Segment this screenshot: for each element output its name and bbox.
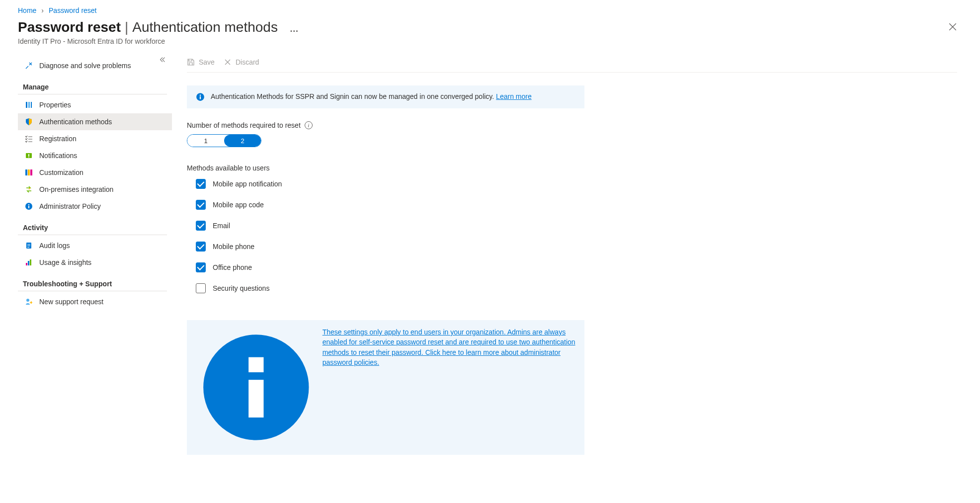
methods-required-label: Number of methods required to reset [187, 121, 301, 129]
checkbox-icon [196, 242, 206, 252]
sidebar-item-admin-policy[interactable]: Administrator Policy [18, 198, 172, 215]
page-subtitle: Identity IT Pro - Microsoft Entra ID for… [18, 37, 305, 45]
svg-rect-0 [26, 102, 27, 108]
info-tooltip-icon[interactable]: i [305, 121, 313, 129]
svg-rect-2 [31, 102, 32, 108]
svg-rect-15 [27, 247, 29, 248]
sidebar-item-audit-logs[interactable]: Audit logs [18, 237, 172, 254]
svg-rect-26 [248, 380, 263, 418]
sidebar-item-properties[interactable]: Properties [18, 96, 172, 113]
sidebar-item-usage-insights[interactable]: Usage & insights [18, 254, 172, 271]
svg-point-19 [26, 299, 29, 302]
palette-icon [24, 168, 33, 177]
svg-rect-14 [27, 246, 30, 246]
sidebar-item-onprem-integration[interactable]: On-premises integration [18, 181, 172, 198]
methods-required-toggle: 1 2 [187, 134, 261, 147]
checkbox-security_questions[interactable]: Security questions [196, 283, 957, 293]
info-learn-more-link[interactable]: Learn more [496, 92, 532, 100]
sidebar-item-label: Registration [39, 135, 77, 143]
svg-rect-11 [28, 204, 29, 205]
sidebar: Diagnose and solve problems Manage Prope… [18, 55, 172, 455]
main-content: Save Discard Authentication Methods for … [172, 55, 962, 455]
sidebar-item-registration[interactable]: Registration [18, 130, 172, 147]
checklist-icon [24, 134, 33, 143]
discard-button[interactable]: Discard [224, 58, 259, 66]
svg-rect-7 [28, 169, 30, 175]
checkbox-office_phone[interactable]: Office phone [196, 262, 957, 272]
checkbox-email[interactable]: Email [196, 221, 957, 231]
wrench-icon [24, 61, 33, 70]
checkbox-label: Email [213, 222, 230, 230]
checkbox-label: Mobile phone [213, 243, 254, 251]
properties-icon [24, 100, 33, 109]
svg-rect-23 [200, 96, 201, 99]
save-button[interactable]: Save [187, 58, 215, 66]
methods-required-option-2[interactable]: 2 [224, 135, 261, 147]
svg-rect-27 [248, 357, 263, 372]
svg-rect-21 [31, 301, 32, 304]
close-button[interactable] [943, 19, 962, 36]
svg-rect-5 [28, 157, 29, 158]
sidebar-item-customization[interactable]: Customization [18, 164, 172, 181]
sidebar-item-label: Authentication methods [39, 118, 112, 126]
save-icon [187, 58, 195, 66]
info-text: Authentication Methods for SSPR and Sign… [211, 92, 494, 100]
svg-rect-4 [28, 154, 29, 157]
shield-icon [24, 117, 33, 126]
log-icon [24, 241, 33, 250]
sync-icon [24, 185, 33, 194]
checkbox-icon [196, 221, 206, 231]
checkbox-mobile_app_code[interactable]: Mobile app code [196, 200, 957, 210]
info-icon [196, 92, 205, 101]
info-banner: Authentication Methods for SSPR and Sign… [187, 85, 584, 108]
sidebar-item-label: New support request [39, 298, 103, 306]
sidebar-item-notifications[interactable]: Notifications [18, 147, 172, 164]
checkbox-label: Office phone [213, 263, 252, 271]
close-icon [948, 22, 957, 31]
discard-icon [224, 58, 232, 66]
breadcrumb: Home › Password reset [18, 0, 962, 17]
methods-available-label: Methods available to users [187, 164, 957, 172]
sidebar-item-label: On-premises integration [39, 185, 113, 193]
sidebar-item-label: Customization [39, 168, 83, 176]
notification-icon [24, 151, 33, 160]
checkbox-icon [196, 179, 206, 189]
svg-rect-13 [27, 244, 30, 245]
checkbox-label: Security questions [213, 284, 269, 292]
breadcrumb-current[interactable]: Password reset [49, 6, 96, 14]
svg-rect-18 [30, 259, 31, 265]
methods-required-option-1[interactable]: 1 [187, 135, 224, 147]
svg-rect-1 [28, 102, 30, 108]
checkbox-icon [196, 283, 206, 293]
sidebar-item-authentication-methods[interactable]: Authentication methods [18, 113, 172, 130]
checkbox-icon [196, 262, 206, 272]
checkbox-label: Mobile app notification [213, 180, 282, 188]
svg-rect-10 [28, 206, 29, 208]
sidebar-item-diagnose[interactable]: Diagnose and solve problems [18, 57, 172, 74]
checkbox-mobile_phone[interactable]: Mobile phone [196, 242, 957, 252]
chevron-double-left-icon [159, 56, 166, 63]
info-icon [196, 327, 317, 448]
chevron-right-icon: › [41, 6, 44, 14]
svg-rect-24 [200, 95, 201, 96]
sidebar-item-label: Usage & insights [39, 258, 91, 266]
svg-rect-8 [30, 169, 32, 175]
more-menu-button[interactable]: … [285, 24, 305, 34]
checkbox-mobile_app_notification[interactable]: Mobile app notification [196, 179, 957, 189]
sidebar-item-label: Administrator Policy [39, 202, 101, 210]
support-icon [24, 297, 33, 306]
sidebar-item-label: Diagnose and solve problems [39, 62, 131, 70]
sidebar-item-label: Properties [39, 101, 71, 109]
page-title: Password reset|Authentication methods … [18, 19, 305, 35]
sidebar-item-label: Notifications [39, 152, 77, 160]
sidebar-item-new-support-request[interactable]: New support request [18, 293, 172, 310]
toolbar: Save Discard [187, 55, 957, 73]
svg-rect-6 [25, 169, 27, 175]
sidebar-section-manage: Manage [18, 76, 167, 94]
breadcrumb-home[interactable]: Home [18, 6, 36, 14]
checkbox-label: Mobile app code [213, 201, 264, 209]
chart-icon [24, 258, 33, 267]
footer-info-link[interactable]: These settings only apply to end users i… [323, 327, 575, 367]
methods-checklist: Mobile app notificationMobile app codeEm… [187, 179, 957, 293]
collapse-sidebar-button[interactable] [157, 54, 168, 67]
